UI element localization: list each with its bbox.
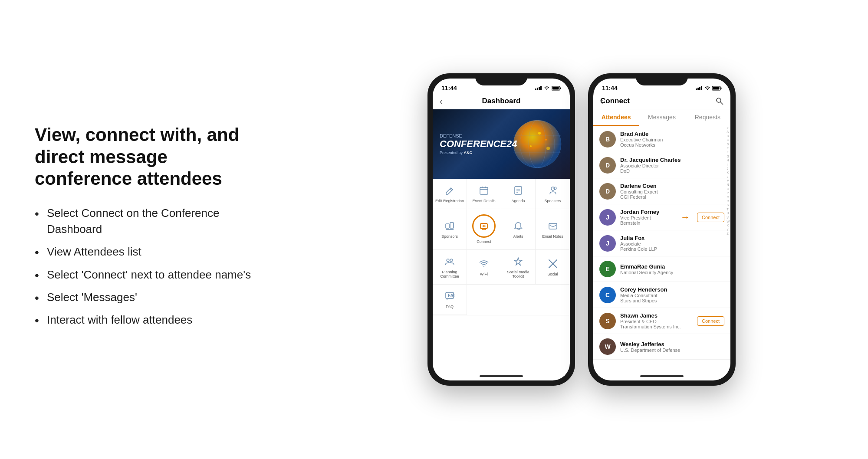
alpha-letter[interactable]: Y (727, 228, 730, 232)
grid-item-committee[interactable]: Planning Committee (433, 250, 467, 285)
attendee-list[interactable]: BBrad AntleExecutive ChairmanOceus Netwo… (593, 126, 730, 380)
alpha-letter[interactable]: M (727, 179, 730, 183)
edit-icon (443, 184, 456, 197)
bullet-item: Interact with fellow attendees (35, 312, 260, 328)
svg-rect-3 (540, 86, 542, 90)
svg-line-18 (450, 189, 452, 190)
sponsors-icon (443, 220, 456, 233)
attendee-item: CCorey HendersonMedia ConsultantStars an… (593, 282, 730, 308)
grid-label: Planning Committee (434, 270, 465, 279)
alpha-letter[interactable]: C (727, 138, 730, 142)
svg-rect-45 (699, 87, 700, 90)
alpha-letter[interactable]: E (727, 147, 730, 150)
grid-label: Event Details (472, 199, 495, 203)
attendee-name: Corey Henderson (620, 286, 724, 293)
alpha-letter[interactable]: S (727, 203, 730, 207)
alpha-letter[interactable]: Q (727, 196, 730, 199)
wifi-icon-status-2 (704, 86, 710, 90)
alpha-letter[interactable]: H (727, 159, 730, 162)
grid-label: Agenda (511, 199, 525, 203)
tab-messages[interactable]: Messages (639, 109, 684, 126)
x-icon (546, 257, 559, 270)
phone-dashboard: 11:44 (427, 73, 575, 386)
hero-line1: DEFENSE (440, 133, 517, 138)
alpha-letter[interactable]: V (727, 216, 730, 220)
signal-icon-2 (696, 86, 703, 90)
bullet-list: Select Connect on the Conference Dashboa… (35, 205, 260, 328)
alpha-letter[interactable]: I (727, 163, 730, 167)
agenda-icon (512, 184, 525, 197)
back-arrow-2[interactable]: ‹ (600, 96, 603, 106)
alpha-letter[interactable]: O (727, 187, 730, 191)
tab-requests[interactable]: Requests (685, 109, 730, 126)
svg-point-28 (554, 187, 556, 190)
connect-tabs: AttendeesMessagesRequests (593, 109, 730, 126)
grid-item-email[interactable]: Email Notes (536, 209, 570, 250)
attendee-role: Consulting Expert (620, 189, 724, 194)
attendee-item: JJulia FoxAssociatePerkins Coie LLP (593, 230, 730, 256)
attendee-item: DDr. Jacqueline CharlesAssociate Directo… (593, 152, 730, 178)
grid-item-speakers[interactable]: Speakers (536, 179, 570, 209)
back-arrow-1[interactable]: ‹ (440, 96, 443, 106)
alpha-letter[interactable]: K (727, 171, 730, 174)
alpha-letter[interactable]: P (727, 191, 730, 195)
alpha-letter[interactable]: N (727, 183, 730, 187)
connect-header: ‹ Connect (593, 93, 730, 109)
grid-label: Sponsors (441, 234, 458, 239)
alpha-letter[interactable]: B (727, 134, 730, 138)
alpha-sidebar: #ABCDEFGHIJKLMNOPQRSTUVWXYZ (727, 126, 730, 236)
alpha-letter[interactable]: J (727, 167, 730, 170)
alpha-letter[interactable]: R (727, 200, 730, 203)
star-icon (512, 255, 525, 268)
attendee-org: National Security Agency (620, 270, 724, 275)
svg-point-14 (538, 132, 541, 134)
bell-icon (512, 220, 525, 233)
svg-rect-19 (480, 187, 488, 194)
phone-notch-2 (636, 73, 688, 85)
grid-label: Social (547, 272, 558, 277)
grid-item-star[interactable]: Social media ToolKit (501, 250, 536, 285)
svg-rect-5 (560, 87, 561, 89)
tab-attendees[interactable]: Attendees (593, 109, 639, 126)
connect-button[interactable]: Connect (697, 213, 724, 222)
grid-menu: Edit RegistrationEvent DetailsAgendaSpea… (433, 179, 570, 315)
svg-line-51 (720, 102, 723, 105)
screen-title-2: Connect (600, 97, 630, 105)
grid-item-edit[interactable]: Edit Registration (433, 179, 467, 209)
grid-item-bell[interactable]: Alerts (501, 209, 536, 250)
grid-item-agenda[interactable]: Agenda (501, 179, 536, 209)
alpha-letter[interactable]: X (727, 224, 730, 227)
alpha-letter[interactable]: D (727, 143, 730, 146)
svg-rect-46 (701, 86, 702, 90)
svg-line-41 (447, 299, 447, 300)
wifi-icon (477, 257, 490, 270)
attendee-name: Dr. Jacqueline Charles (620, 157, 724, 163)
connect-button[interactable]: Connect (697, 316, 724, 326)
grid-item-connect[interactable]: Connect (467, 209, 501, 250)
alpha-letter[interactable]: G (727, 155, 730, 158)
alpha-letter[interactable]: T (727, 208, 730, 211)
alpha-letter[interactable]: L (727, 175, 730, 179)
attendee-avatar: J (599, 209, 616, 226)
grid-label: FAQ (446, 305, 454, 309)
attendee-org: Bernstein (620, 220, 676, 226)
main-heading: View, connect with, and direct message c… (35, 124, 260, 190)
grid-item-sponsors[interactable]: Sponsors (433, 209, 467, 250)
alpha-letter[interactable]: W (727, 220, 730, 223)
svg-marker-39 (514, 258, 522, 265)
alpha-letter[interactable]: Z (727, 232, 730, 236)
search-icon[interactable] (716, 97, 723, 105)
svg-rect-23 (515, 187, 522, 194)
alpha-letter[interactable]: # (727, 126, 730, 130)
phones-container: 11:44 (295, 56, 868, 403)
attendee-avatar: S (599, 313, 616, 329)
grid-item-x[interactable]: Social (536, 250, 570, 285)
grid-item-faq[interactable]: FAQFAQ (433, 285, 467, 315)
grid-item-calendar[interactable]: Event Details (467, 179, 501, 209)
alpha-letter[interactable]: F (727, 151, 730, 154)
alpha-letter[interactable]: A (727, 130, 730, 134)
alpha-letter[interactable]: U (727, 212, 730, 215)
grid-item-wifi[interactable]: WiFi (467, 250, 501, 285)
bullet-item: Select Connect on the Conference Dashboa… (35, 205, 260, 237)
svg-rect-0 (535, 89, 536, 90)
